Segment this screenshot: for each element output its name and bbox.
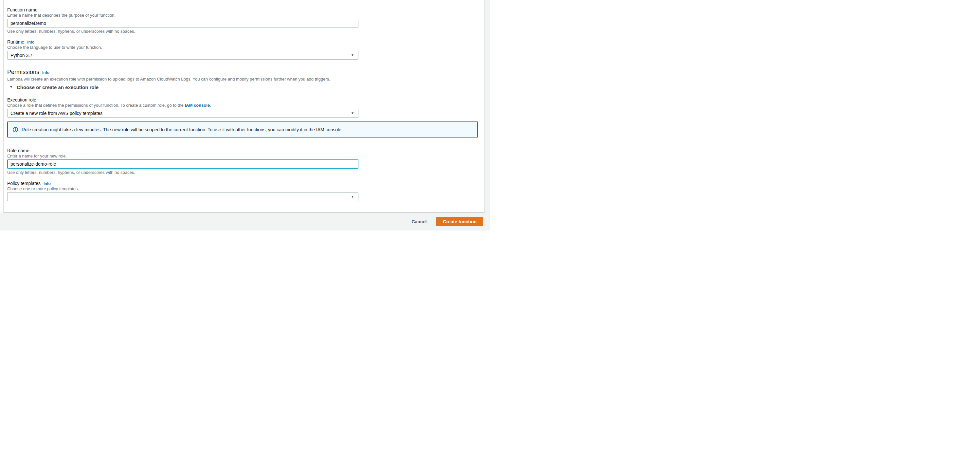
- execution-role-select-value: Create a new role from AWS policy templa…: [11, 111, 102, 116]
- role-creation-alert-text: Role creation might take a few minutes. …: [22, 127, 343, 132]
- policy-templates-field: Policy templates Info Choose one or more…: [7, 181, 484, 201]
- role-name-constraint: Use only letters, numbers, hyphens, or u…: [7, 170, 484, 175]
- runtime-select-value: Python 3.7: [11, 53, 32, 58]
- permissions-info-link[interactable]: Info: [42, 70, 49, 75]
- page-scrollbar-gutter: [485, 0, 490, 212]
- create-function-button[interactable]: Create function: [436, 217, 483, 226]
- permissions-description: Lambda will create an execution role wit…: [7, 77, 484, 82]
- role-name-description: Enter a name for your new role.: [7, 153, 484, 159]
- create-function-form-panel: Function name Enter a name that describe…: [3, 0, 485, 212]
- policy-templates-select[interactable]: ▼: [7, 192, 358, 201]
- execution-role-description-period: .: [210, 103, 211, 108]
- execution-role-label: Execution role: [7, 97, 484, 103]
- cancel-button[interactable]: Cancel: [411, 217, 427, 226]
- execution-role-field: Execution role Choose a role that define…: [7, 97, 484, 118]
- section-divider: [7, 91, 478, 91]
- execution-role-expander[interactable]: ▼ Choose or create an execution role: [7, 84, 484, 90]
- chevron-down-icon: ▼: [351, 195, 354, 198]
- policy-templates-description: Choose one or more policy templates.: [7, 186, 484, 191]
- function-name-label: Function name: [7, 7, 484, 13]
- permissions-heading: Permissions: [7, 69, 39, 76]
- role-name-field: Role name Enter a name for your new role…: [7, 148, 484, 175]
- footer-action-bar: Cancel Create function: [0, 212, 490, 231]
- runtime-label: Runtime: [7, 39, 24, 45]
- function-name-field: Function name Enter a name that describe…: [7, 7, 484, 34]
- execution-role-description: Choose a role that defines the permissio…: [7, 103, 484, 108]
- execution-role-expander-label: Choose or create an execution role: [17, 85, 99, 90]
- function-name-constraint: Use only letters, numbers, hyphens, or u…: [7, 29, 484, 34]
- runtime-select[interactable]: Python 3.7 ▼: [7, 51, 358, 60]
- info-circle-icon: i: [13, 127, 18, 132]
- permissions-section-header: Permissions Info: [7, 69, 484, 76]
- iam-console-link[interactable]: IAM console: [185, 103, 210, 108]
- function-name-input[interactable]: [7, 19, 358, 27]
- runtime-description: Choose the language to use to write your…: [7, 45, 484, 50]
- chevron-down-icon: ▼: [351, 112, 354, 115]
- policy-templates-label: Policy templates: [7, 181, 41, 186]
- role-name-label: Role name: [7, 148, 484, 153]
- function-name-description: Enter a name that describes the purpose …: [7, 13, 484, 18]
- execution-role-description-text: Choose a role that defines the permissio…: [7, 103, 185, 108]
- policy-templates-info-link[interactable]: Info: [43, 181, 51, 186]
- role-name-input[interactable]: [7, 160, 358, 169]
- role-creation-alert: i Role creation might take a few minutes…: [7, 121, 478, 137]
- execution-role-select[interactable]: Create a new role from AWS policy templa…: [7, 109, 358, 118]
- chevron-down-icon: ▼: [351, 54, 354, 57]
- runtime-info-link[interactable]: Info: [27, 40, 34, 45]
- triangle-down-icon: ▼: [10, 85, 13, 89]
- runtime-field: Runtime Info Choose the language to use …: [7, 39, 484, 60]
